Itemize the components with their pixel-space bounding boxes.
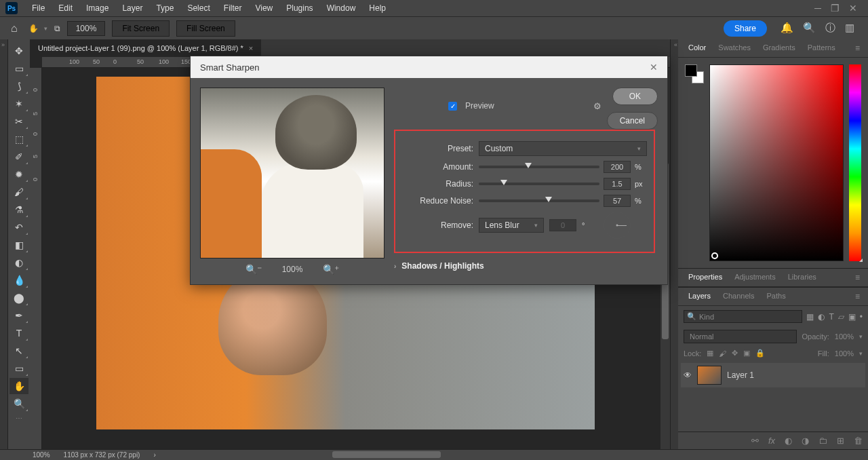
eraser-tool-icon[interactable]: ◧ xyxy=(9,237,28,253)
tab-gradients[interactable]: Gradients xyxy=(757,39,802,57)
doc-tab[interactable]: Untitled project-Layer 1 (99).png @ 100%… xyxy=(30,39,261,57)
menu-layer[interactable]: Layer xyxy=(116,1,149,15)
color-field[interactable] xyxy=(709,64,844,261)
scroll-all-icon[interactable]: ⧉ xyxy=(54,24,60,33)
tool-edit-icon[interactable]: ⋯ xyxy=(8,413,30,424)
dodge-tool-icon[interactable]: ⬤ xyxy=(9,290,28,306)
ok-button[interactable]: OK xyxy=(612,88,658,105)
tab-paths[interactable]: Paths xyxy=(761,288,792,305)
menu-window[interactable]: Window xyxy=(321,1,362,15)
menu-filter[interactable]: Filter xyxy=(218,1,248,15)
remove-select[interactable]: Lens Blur▾ xyxy=(479,218,544,233)
zoom-level[interactable]: 100% xyxy=(67,21,106,36)
gradient-tool-icon[interactable]: ◐ xyxy=(9,254,28,271)
hue-slider[interactable] xyxy=(849,64,861,261)
stamp-tool-icon[interactable]: ⚗ xyxy=(9,202,28,218)
filter-pixel-icon[interactable]: ▦ xyxy=(806,312,814,322)
healing-tool-icon[interactable]: ✹ xyxy=(9,166,28,183)
search-icon[interactable]: 🔍 xyxy=(803,22,816,35)
marquee-tool-icon[interactable]: ▭ xyxy=(9,60,28,77)
menu-select[interactable]: Select xyxy=(181,1,216,15)
blur-tool-icon[interactable]: 💧 xyxy=(9,272,28,288)
status-arrow-icon[interactable]: › xyxy=(153,451,155,459)
maximize-icon[interactable]: ❐ xyxy=(831,3,840,14)
noise-input[interactable]: 57 xyxy=(604,195,631,207)
layer-name[interactable]: Layer 1 xyxy=(727,370,754,380)
cancel-button[interactable]: Cancel xyxy=(607,112,658,130)
minimize-icon[interactable]: ─ xyxy=(814,3,821,14)
fill-value[interactable]: 100% xyxy=(835,349,854,358)
crop-tool-icon[interactable]: ✂ xyxy=(9,113,28,130)
notifications-icon[interactable]: 🔔 xyxy=(781,22,793,35)
menu-edit[interactable]: Edit xyxy=(52,1,79,15)
fit-screen-button[interactable]: Fit Screen xyxy=(112,20,170,37)
close-window-icon[interactable]: ✕ xyxy=(849,3,857,14)
radius-slider[interactable] xyxy=(479,183,599,185)
tab-swatches[interactable]: Swatches xyxy=(712,39,757,57)
layer-item[interactable]: 👁 Layer 1 xyxy=(681,363,865,387)
right-gutter[interactable] xyxy=(670,39,678,449)
layer-fx-icon[interactable]: fx xyxy=(768,436,775,446)
path-tool-icon[interactable]: ↖ xyxy=(9,343,28,359)
blend-mode-select[interactable]: Normal xyxy=(684,330,797,343)
menu-image[interactable]: Image xyxy=(80,1,115,15)
preview-image[interactable] xyxy=(200,88,384,258)
left-gutter[interactable] xyxy=(0,39,8,449)
workspace-icon[interactable]: ▥ xyxy=(845,22,854,35)
horizontal-scrollbar[interactable] xyxy=(332,451,441,458)
zoom-out-icon[interactable]: 🔍⁻ xyxy=(245,264,262,275)
history-brush-tool-icon[interactable]: ↶ xyxy=(9,219,28,235)
tab-patterns[interactable]: Patterns xyxy=(802,39,842,57)
layer-thumbnail[interactable] xyxy=(697,366,722,385)
menu-help[interactable]: Help xyxy=(363,1,392,15)
filter-smart-icon[interactable]: ▣ xyxy=(848,312,856,322)
filter-adjust-icon[interactable]: ◐ xyxy=(818,312,825,322)
radius-input[interactable]: 1.5 xyxy=(604,178,631,190)
link-layers-icon[interactable]: ⚯ xyxy=(751,436,759,446)
opacity-value[interactable]: 100% xyxy=(835,332,854,341)
lock-position-icon[interactable]: ✥ xyxy=(732,349,738,358)
noise-slider[interactable] xyxy=(479,199,599,202)
pen-tool-icon[interactable]: ✒ xyxy=(9,307,28,324)
menu-type[interactable]: Type xyxy=(150,1,180,15)
preview-checkbox[interactable]: ✓ xyxy=(448,102,457,111)
shape-tool-icon[interactable]: ▭ xyxy=(9,360,28,377)
menu-plugins[interactable]: Plugins xyxy=(280,1,319,15)
panel-menu-icon[interactable]: ≡ xyxy=(851,39,864,57)
fg-swatch[interactable] xyxy=(685,64,697,77)
hand-tool-icon[interactable]: ✋ xyxy=(28,24,39,33)
angle-dial[interactable] xyxy=(604,212,631,239)
tab-layers[interactable]: Layers xyxy=(682,288,717,305)
zoom-tool-icon[interactable]: 🔍 xyxy=(9,396,28,412)
new-layer-icon[interactable]: ⊞ xyxy=(837,436,844,446)
brush-tool-icon[interactable]: 🖌 xyxy=(9,184,28,200)
delete-layer-icon[interactable]: 🗑 xyxy=(854,436,863,446)
fg-bg-swatches[interactable] xyxy=(685,64,704,83)
share-button[interactable]: Share xyxy=(724,20,767,37)
lock-pixels-icon[interactable]: 🖌 xyxy=(719,349,726,358)
menu-view[interactable]: View xyxy=(249,1,279,15)
doc-tab-close-icon[interactable]: × xyxy=(249,44,253,52)
preset-select[interactable]: Custom▾ xyxy=(479,141,647,156)
tab-color[interactable]: Color xyxy=(682,39,712,57)
zoom-in-icon[interactable]: 🔍⁺ xyxy=(323,264,339,275)
filter-shape-icon[interactable]: ▱ xyxy=(838,312,844,322)
hand-tool-icon[interactable]: ✋ xyxy=(9,378,28,394)
amount-slider[interactable] xyxy=(479,166,599,168)
dialog-close-icon[interactable]: ✕ xyxy=(650,62,658,73)
lock-artboard-icon[interactable]: ▣ xyxy=(743,349,750,358)
group-icon[interactable]: 🗀 xyxy=(818,436,827,446)
filter-toggle-icon[interactable]: • xyxy=(860,312,863,322)
frame-tool-icon[interactable]: ⬚ xyxy=(9,131,28,147)
fill-screen-button[interactable]: Fill Screen xyxy=(176,20,235,37)
fill-dropdown-icon[interactable]: ▾ xyxy=(859,350,863,357)
visibility-icon[interactable]: 👁 xyxy=(684,370,692,380)
shadows-highlights-disclosure[interactable]: › Shadows / Highlights xyxy=(394,253,658,272)
tab-adjustments[interactable]: Adjustments xyxy=(728,269,782,286)
panel-menu-icon[interactable]: ≡ xyxy=(851,288,864,305)
lock-transparency-icon[interactable]: ▦ xyxy=(707,349,713,358)
opacity-dropdown-icon[interactable]: ▾ xyxy=(859,333,863,340)
panel-menu-icon[interactable]: ≡ xyxy=(851,269,864,286)
dialog-titlebar[interactable]: Smart Sharpen ✕ xyxy=(191,56,667,78)
move-tool-icon[interactable]: ✥ xyxy=(9,43,28,59)
